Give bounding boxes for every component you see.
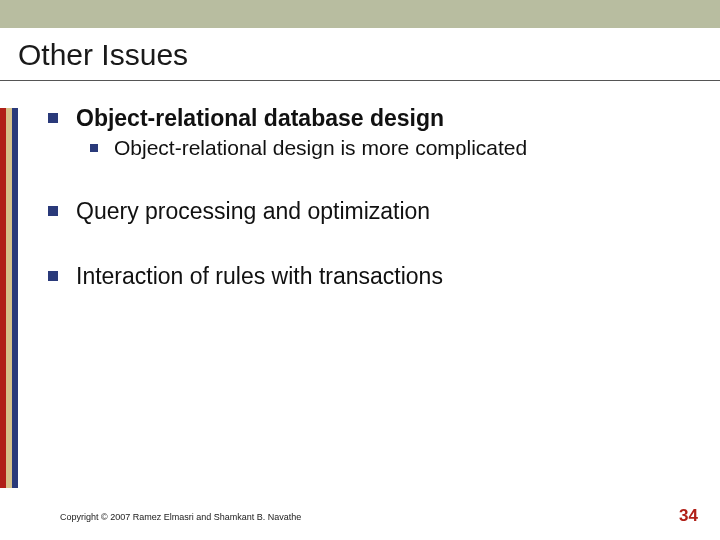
- square-bullet-icon: [90, 144, 98, 152]
- content-area: Object-relational database design Object…: [0, 81, 720, 290]
- list-item: Interaction of rules with transactions: [48, 263, 690, 290]
- copyright-text: Copyright © 2007 Ramez Elmasri and Shamk…: [60, 512, 301, 522]
- page-number: 34: [679, 506, 698, 526]
- bullet-text: Interaction of rules with transactions: [76, 263, 443, 290]
- list-item: Object-relational database design: [48, 105, 690, 132]
- top-band: [0, 0, 720, 28]
- square-bullet-icon: [48, 113, 58, 123]
- title-area: Other Issues: [0, 28, 720, 81]
- bullet-text: Query processing and optimization: [76, 198, 430, 225]
- bullet-text: Object-relational database design: [76, 105, 444, 132]
- list-item: Query processing and optimization: [48, 198, 690, 225]
- square-bullet-icon: [48, 271, 58, 281]
- accent-blue: [12, 108, 18, 488]
- square-bullet-icon: [48, 206, 58, 216]
- accent-bar: [0, 108, 18, 488]
- list-item: Object-relational design is more complic…: [48, 136, 690, 160]
- slide-title: Other Issues: [18, 38, 702, 72]
- bullet-text: Object-relational design is more complic…: [114, 136, 527, 160]
